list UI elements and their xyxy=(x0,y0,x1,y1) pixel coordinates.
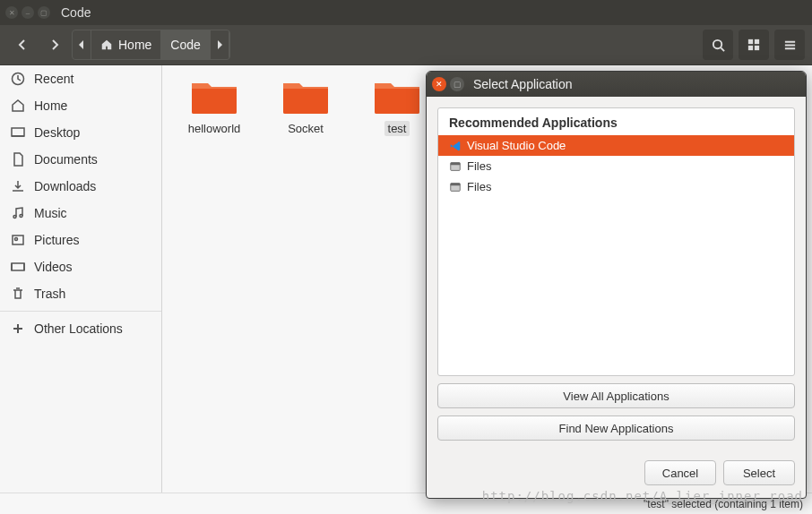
sidebar-item-trash[interactable]: Trash xyxy=(0,280,161,307)
application-list: Recommended Applications Visual Studio C… xyxy=(437,107,795,376)
sidebar-separator xyxy=(0,311,161,312)
folder-icon xyxy=(190,76,238,116)
window-controls: ✕ – ▢ xyxy=(5,6,50,19)
breadcrumb-current[interactable]: Code xyxy=(161,30,210,59)
maximize-icon[interactable]: ▢ xyxy=(38,6,50,19)
find-new-applications-button[interactable]: Find New Applications xyxy=(437,415,795,441)
path-forward-icon[interactable] xyxy=(211,30,229,59)
folder-label: Socket xyxy=(284,121,327,136)
svg-point-10 xyxy=(15,238,18,241)
folder-icon xyxy=(373,76,421,116)
sidebar-item-videos[interactable]: Videos xyxy=(0,253,161,280)
sidebar-item-recent[interactable]: Recent xyxy=(0,65,161,92)
select-application-dialog: ✕ ▢ Select Application Recommended Appli… xyxy=(426,71,807,499)
vscode-icon xyxy=(449,140,462,152)
app-row-files[interactable]: Files xyxy=(438,176,794,197)
back-button[interactable] xyxy=(7,30,38,60)
files-icon xyxy=(449,160,462,173)
sidebar-item-pictures[interactable]: Pictures xyxy=(0,227,161,253)
svg-rect-4 xyxy=(755,46,759,50)
close-icon[interactable]: ✕ xyxy=(432,77,446,91)
svg-rect-2 xyxy=(755,39,759,44)
app-row-vscode[interactable]: Visual Studio Code xyxy=(438,135,794,156)
view-grid-button[interactable] xyxy=(739,30,769,60)
path-back-icon[interactable] xyxy=(73,30,91,59)
sidebar-item-music[interactable]: Music xyxy=(0,200,161,227)
svg-rect-13 xyxy=(451,162,461,165)
sidebar-item-documents[interactable]: Documents xyxy=(0,146,161,173)
dialog-titlebar: ✕ ▢ Select Application xyxy=(427,72,806,97)
view-all-applications-button[interactable]: View All Applications xyxy=(437,383,795,408)
window-titlebar: ✕ – ▢ Code xyxy=(0,0,812,25)
folder-label: helloworld xyxy=(185,121,245,136)
folder-item[interactable]: helloworld xyxy=(178,76,250,136)
toolbar: Home Code xyxy=(0,25,812,65)
files-icon xyxy=(449,181,462,193)
sidebar-item-desktop[interactable]: Desktop xyxy=(0,119,161,146)
folder-item[interactable]: test xyxy=(361,76,433,136)
breadcrumb-home[interactable]: Home xyxy=(91,30,161,59)
minimize-icon[interactable]: – xyxy=(22,6,34,19)
svg-point-8 xyxy=(20,215,22,218)
folder-icon xyxy=(281,76,330,116)
breadcrumb: Home Code xyxy=(72,30,230,60)
window-title: Code xyxy=(61,5,91,20)
folder-label: test xyxy=(384,121,410,136)
recommended-header: Recommended Applications xyxy=(438,108,794,135)
select-button[interactable]: Select xyxy=(723,460,795,485)
close-icon[interactable]: ✕ xyxy=(5,6,18,19)
svg-point-7 xyxy=(13,216,16,218)
app-row-files[interactable]: Files xyxy=(438,156,794,176)
forward-button[interactable] xyxy=(39,30,70,60)
svg-rect-3 xyxy=(748,46,753,50)
folder-item[interactable]: Socket xyxy=(270,76,341,136)
svg-rect-1 xyxy=(748,39,753,44)
svg-rect-6 xyxy=(12,128,24,136)
sidebar-item-other-locations[interactable]: Other Locations xyxy=(0,315,161,342)
hamburger-menu-button[interactable] xyxy=(774,30,805,60)
cancel-button[interactable]: Cancel xyxy=(644,460,716,485)
search-button[interactable] xyxy=(703,30,733,60)
sidebar: Recent Home Desktop Documents Downloads … xyxy=(0,65,162,493)
sidebar-item-downloads[interactable]: Downloads xyxy=(0,173,161,200)
sidebar-item-home[interactable]: Home xyxy=(0,92,161,119)
dialog-title: Select Application xyxy=(473,77,573,91)
status-text: "test" selected (containing 1 item) xyxy=(644,498,803,510)
svg-point-0 xyxy=(713,39,721,47)
svg-rect-15 xyxy=(451,183,461,185)
maximize-icon[interactable]: ▢ xyxy=(450,77,464,91)
svg-rect-11 xyxy=(12,263,24,270)
